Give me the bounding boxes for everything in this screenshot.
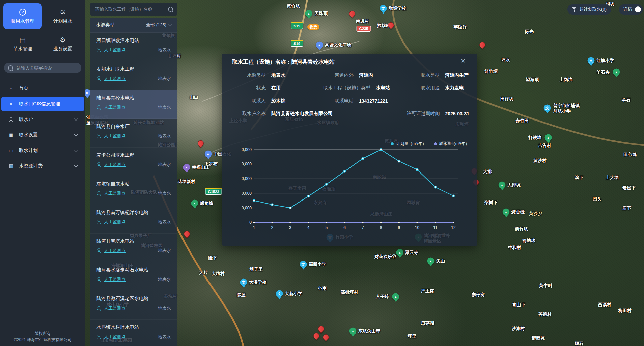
station-list-item[interactable]: 友能水厂取水工程人工监测点地表水 — [90, 61, 177, 90]
blue-marker-icon[interactable]: ■ — [316, 42, 323, 49]
field-value: 河道内生产 — [445, 72, 469, 78]
modal-field-row: 水源类型地表水河道内外河道内取水类型河道内生产 — [232, 69, 469, 82]
map-pin-icon[interactable] — [317, 325, 325, 333]
station-list-item[interactable]: 水唇镇水栏肚水电站人工监测点地表水 — [90, 320, 177, 346]
station-list-item[interactable]: 陆河县激石溪老区水电站人工监测点地表水 — [90, 291, 177, 320]
monitor-type-link[interactable]: 人工监测点 — [104, 305, 126, 311]
field-value: 河道内 — [359, 72, 373, 78]
school-marker-icon[interactable]: 文 — [380, 5, 387, 12]
monitor-type-link[interactable]: 人工监测点 — [104, 133, 126, 139]
green-marker-icon[interactable]: ▲ — [427, 258, 435, 265]
station-meta: 人工监测点地表水 — [96, 248, 171, 254]
toggle-knob[interactable] — [635, 6, 641, 12]
sidebar-search[interactable] — [4, 63, 81, 73]
monitor-type-link[interactable]: 人工监测点 — [104, 47, 126, 53]
sidebar-item-3[interactable]: ≣取水设置 — [1, 128, 84, 142]
map-place-label: 梅田村 — [618, 308, 632, 313]
sidebar-item-1[interactable]: ⌖取水口GIS信息管理 — [1, 97, 84, 111]
map-pin-icon[interactable] — [478, 41, 486, 49]
map-place-label: 严王窝 — [421, 288, 434, 294]
station-filter-header: 水源类型 全部 (125) — [90, 18, 177, 33]
blue-marker-icon[interactable]: ■ — [205, 151, 212, 158]
monitor-type-link[interactable]: 人工监测点 — [104, 104, 126, 110]
green-marker-icon[interactable]: ▲ — [392, 293, 399, 300]
sidebar-item-0[interactable]: ⌂首页 — [1, 81, 84, 96]
monitor-type-link[interactable]: 人工监测点 — [104, 219, 126, 225]
app-tile-label: 业务设置 — [53, 46, 72, 52]
map-pin-icon[interactable] — [196, 139, 205, 148]
modal-field: 许可证过期时间2025-03-31 — [402, 111, 469, 117]
station-list-item[interactable]: 河口镇唱歌潭水电站人工监测点地表水 — [90, 33, 177, 61]
road-shield: 收费 — [307, 24, 319, 30]
school-marker-icon[interactable]: 文 — [588, 57, 595, 64]
over-plan-intake-button[interactable]: 超计划取水(0) — [567, 4, 611, 15]
green-marker-icon[interactable]: ▲ — [396, 249, 403, 256]
water-type: 地表水 — [158, 276, 171, 283]
station-search-input[interactable] — [94, 6, 163, 12]
map-pin-icon[interactable] — [312, 331, 320, 340]
detail-toggle[interactable]: 详情 — [619, 4, 643, 15]
map-place-label: 小南 — [318, 286, 327, 291]
monitor-type-link[interactable]: 人工监测点 — [104, 162, 126, 168]
filter-dropdown[interactable]: 全部 (125) — [146, 22, 172, 28]
app-tile-3[interactable]: ⚙业务设置 — [44, 31, 82, 57]
monitor-type-link[interactable]: 人工监测点 — [104, 334, 126, 340]
green-marker-icon[interactable]: ▲ — [191, 200, 198, 207]
school-marker-icon[interactable]: 文 — [300, 261, 307, 268]
green-marker-icon[interactable]: ▲ — [503, 209, 510, 216]
school-marker-icon[interactable]: 文 — [240, 279, 247, 286]
station-list-item[interactable]: 陆河县青砼水电站人工监测点地表水 — [90, 90, 177, 119]
green-marker-icon[interactable]: ▲ — [499, 182, 506, 189]
green-marker-icon[interactable]: ▲ — [613, 69, 620, 76]
map-place-label: 溜下 — [575, 175, 583, 180]
station-list-item[interactable]: 陆河县宝塔水电站人工监测点地表水 — [90, 234, 177, 262]
map-poi-label: 幸福山庄 — [192, 165, 209, 170]
station-panel: 水源类型 全部 (125) 河口镇唱歌潭水电站人工监测点地表水友能水厂取水工程人… — [90, 18, 177, 346]
gauge-icon — [19, 9, 26, 16]
green-marker-icon[interactable]: ▲ — [545, 134, 552, 141]
map-place-label: 羊石 — [622, 97, 631, 103]
purple-marker-icon[interactable]: ■ — [183, 164, 190, 171]
map-poi-label: 红旗小学 — [596, 58, 614, 63]
station-search[interactable] — [90, 3, 177, 16]
monitor-type-link[interactable]: 人工监测点 — [104, 248, 126, 254]
station-list-item[interactable]: 陆河县自来水厂人工监测点地表水 — [90, 119, 177, 148]
modal-field: 河道内外河道内 — [316, 72, 409, 78]
person-icon — [96, 220, 101, 224]
map-place-label: 锣鼓坑 — [532, 335, 545, 341]
app-tile-0[interactable]: 取用水管理 — [3, 3, 42, 29]
school-marker-icon[interactable]: 文 — [276, 290, 283, 297]
sidebar-item-2[interactable]: 取水户 — [1, 112, 84, 127]
green-marker-icon[interactable]: ▲ — [305, 10, 312, 17]
school-marker-icon[interactable]: 文 — [544, 105, 551, 112]
station-list-item[interactable]: 麦卡公司取水工程人工监测点地表水 — [90, 148, 177, 176]
station-name: 麦卡公司取水工程 — [96, 152, 171, 158]
sidebar-search-input[interactable] — [16, 65, 75, 71]
app-tile-2[interactable]: ▤节水管理 — [3, 31, 42, 57]
field-value: 水电站 — [376, 85, 390, 91]
monitor-type-link[interactable]: 人工监测点 — [104, 76, 126, 82]
station-list-item[interactable]: 陆河县南万镇杞洋水电站人工监测点地表水 — [90, 205, 177, 234]
station-list-item[interactable]: 东坑镇自来水站人工监测点地表水 — [90, 176, 177, 205]
line-chart: 01,000,0002,000,0003,000,0004,000,0005,0… — [242, 138, 465, 236]
app-tile-1[interactable]: ≋计划用水 — [44, 3, 82, 29]
field-value: 水力发电 — [445, 85, 464, 91]
close-icon[interactable]: × — [461, 57, 465, 65]
map-pin-icon[interactable] — [321, 333, 330, 341]
station-list-item[interactable]: 陆河县水唇走马石水电站人工监测点地表水 — [90, 262, 177, 291]
svg-text:4: 4 — [307, 225, 310, 230]
map-place-label: 吉告村 — [538, 143, 551, 148]
sidebar-item-4[interactable]: ▭取水计划 — [1, 143, 84, 158]
station-name: 友能水厂取水工程 — [96, 65, 171, 72]
green-marker-icon[interactable]: ▲ — [349, 328, 357, 335]
monitor-type-link[interactable]: 人工监测点 — [104, 276, 126, 283]
map-pin-icon[interactable] — [183, 230, 191, 238]
field-label: 状态 — [232, 85, 266, 91]
map-pin-icon[interactable] — [348, 9, 356, 18]
app-tile-label: 节水管理 — [13, 46, 32, 52]
water-type: 地表水 — [158, 104, 171, 110]
map-poi-label: 东坑尖山寺 — [358, 328, 380, 334]
water-type: 地表水 — [158, 334, 171, 340]
sidebar-item-5[interactable]: ▧水资源计费 — [1, 159, 84, 174]
monitor-type-link[interactable]: 人工监测点 — [104, 190, 126, 196]
